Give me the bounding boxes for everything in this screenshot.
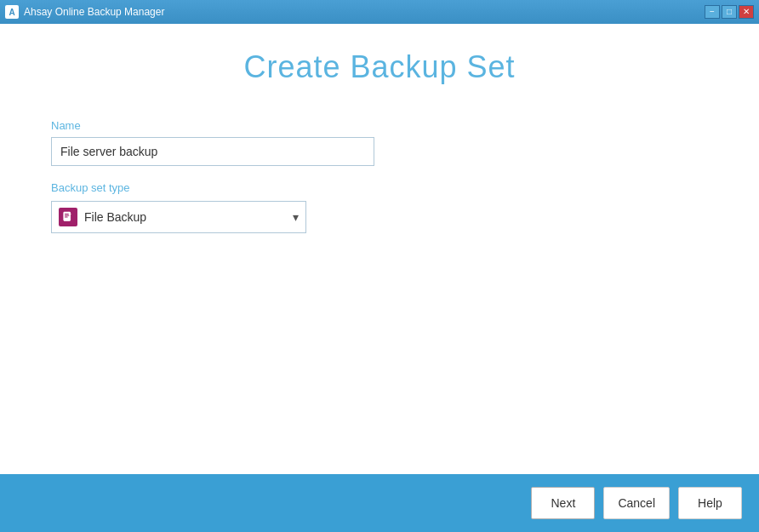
maximize-button[interactable]: □ [722, 5, 737, 19]
dropdown-arrow-icon: ▾ [293, 210, 299, 224]
next-button[interactable]: Next [531, 487, 595, 519]
window-title-text: Ahsay Online Backup Manager [24, 6, 164, 18]
window-title-area: A Ahsay Online Backup Manager [5, 5, 164, 19]
main-content-area: Create Backup Set Name Backup set type F… [0, 24, 759, 474]
bottom-action-bar: Next Cancel Help [0, 474, 759, 532]
app-icon: A [5, 5, 19, 19]
backup-type-dropdown[interactable]: File Backup ▾ [51, 201, 306, 233]
name-label: Name [51, 119, 708, 132]
minimize-button[interactable]: − [705, 5, 720, 19]
svg-rect-1 [64, 212, 71, 221]
window-controls: − □ ✕ [705, 5, 754, 19]
cancel-button[interactable]: Cancel [603, 487, 670, 519]
create-backup-form: Name Backup set type File Backup ▾ [51, 119, 708, 233]
help-button[interactable]: Help [678, 487, 742, 519]
backup-type-label: Backup set type [51, 181, 708, 194]
backup-type-value: File Backup [84, 210, 286, 224]
page-title: Create Backup Set [51, 49, 708, 85]
backup-name-input[interactable] [51, 137, 374, 166]
window-titlebar: A Ahsay Online Backup Manager − □ ✕ [0, 0, 759, 24]
file-backup-icon [59, 208, 77, 226]
close-button[interactable]: ✕ [739, 5, 754, 19]
